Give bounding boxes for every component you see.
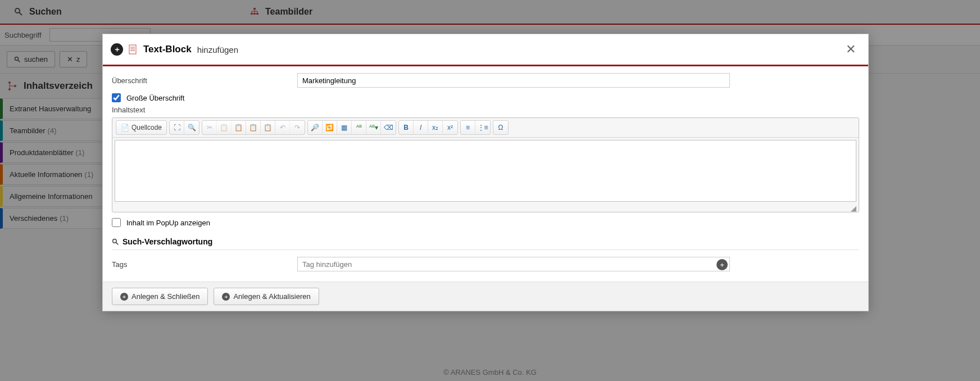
modal-title-main: Text-Block — [143, 44, 192, 55]
label-headline: Überschrift — [112, 76, 297, 85]
editor-toolbar: 📄 Quellcode ⛶ 🔍 ✂ 📋 📋 📋 📋 ↶ — [112, 118, 859, 138]
editor-bold-button[interactable]: B — [399, 121, 414, 134]
editor-specialchar-button[interactable]: Ω — [493, 121, 508, 134]
modal-footer: + Anlegen & Schließen + Anlegen & Aktual… — [103, 282, 868, 311]
modal-title-sub: hinzufügen — [197, 45, 238, 55]
create-close-button[interactable]: + Anlegen & Schließen — [112, 288, 208, 305]
headline-input[interactable] — [297, 73, 730, 88]
editor-replace-button[interactable]: 🔁 — [323, 121, 337, 134]
editor-spellcheck-button[interactable]: ᴬᴮ — [352, 121, 366, 134]
plus-icon: ＋ — [111, 43, 123, 56]
editor-numberlist-button[interactable]: ≡ — [461, 121, 475, 134]
create-update-button[interactable]: + Anlegen & Aktualisieren — [214, 288, 319, 305]
page-icon — [129, 44, 138, 55]
label-contenttext: Inhaltstext — [112, 106, 859, 114]
editor-scayt-button[interactable]: ᴬᴮ▾ — [366, 121, 381, 134]
editor-maximize-button[interactable]: ⛶ — [170, 121, 184, 134]
editor-bulletlist-button[interactable]: ⋮≡ — [475, 121, 490, 134]
editor-textarea[interactable] — [115, 140, 856, 202]
editor-subscript-button[interactable]: x₂ — [428, 121, 443, 134]
source-icon: 📄 — [121, 124, 129, 131]
plus-icon: + — [120, 293, 128, 301]
editor-preview-button[interactable]: 🔍 — [184, 121, 199, 134]
plus-icon: + — [222, 293, 230, 301]
search-icon — [112, 238, 119, 246]
label-tags: Tags — [112, 260, 297, 269]
big-headline-checkbox[interactable] — [112, 93, 121, 102]
editor-undo-button[interactable]: ↶ — [275, 121, 290, 134]
editor-paste-text-button[interactable]: 📋 — [246, 121, 261, 134]
svg-point-20 — [113, 239, 117, 243]
add-textblock-modal: ＋ Text-Block hinzufügen ✕ Überschrift Gr… — [102, 34, 869, 311]
editor-removeformat-button[interactable]: ⌫ — [381, 121, 396, 134]
close-icon[interactable]: ✕ — [841, 40, 860, 59]
editor-copy-button[interactable]: 📋 — [217, 121, 232, 134]
editor-paste-word-button[interactable]: 📋 — [261, 121, 275, 134]
label-show-in-popup: Inhalt im PopUp anzeigen — [126, 219, 210, 227]
editor-italic-button[interactable]: I — [414, 121, 428, 134]
tagging-heading: Such-Verschlagwortung — [122, 237, 212, 246]
editor-find-button[interactable]: 🔎 — [308, 121, 323, 134]
svg-line-21 — [116, 242, 118, 244]
label-big-headline: Große Überschrift — [126, 94, 184, 102]
modal-header: ＋ Text-Block hinzufügen ✕ — [103, 34, 868, 66]
editor-resize-handle[interactable]: ◢ — [112, 204, 859, 212]
svg-rect-16 — [129, 45, 136, 54]
show-in-popup-checkbox[interactable] — [112, 218, 121, 227]
editor-superscript-button[interactable]: x² — [443, 121, 457, 134]
editor-selectall-button[interactable]: ▦ — [337, 121, 352, 134]
editor-redo-button[interactable]: ↷ — [290, 121, 305, 134]
editor-cut-button[interactable]: ✂ — [202, 121, 217, 134]
tag-input[interactable] — [297, 257, 730, 271]
add-tag-button[interactable]: + — [716, 259, 728, 270]
editor-source-button[interactable]: 📄 Quellcode — [116, 121, 166, 134]
editor-paste-button[interactable]: 📋 — [232, 121, 246, 134]
rich-text-editor: 📄 Quellcode ⛶ 🔍 ✂ 📋 📋 📋 📋 ↶ — [112, 117, 859, 212]
